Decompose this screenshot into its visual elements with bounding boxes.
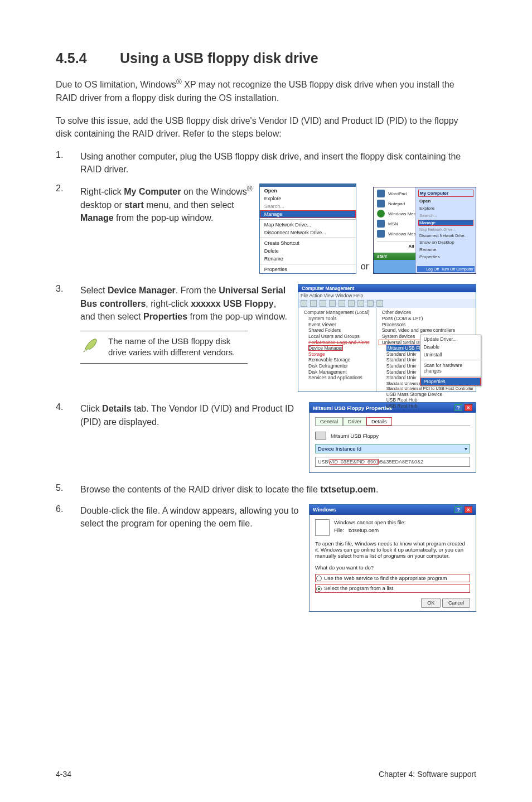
device-instance-id-value: USB\VID_03EE&PID_6901\5&35EDA8E7&0&2: [315, 457, 470, 467]
properties-dialog: Mitsumi USB Floppy Properties ? × Genera…: [309, 402, 476, 473]
computer-management-window: Computer Management File Action View Win…: [298, 284, 476, 392]
step-6: 6. Double-click the file. A window appea…: [56, 504, 302, 530]
menu-delete[interactable]: Delete: [260, 247, 356, 255]
turnoff-button[interactable]: Turn Off Computer: [441, 267, 473, 271]
section-title: Using a USB floppy disk drive: [120, 50, 318, 66]
step-3-row: 3. Select Device Manager. From the Unive…: [56, 284, 476, 392]
radio-list[interactable]: [316, 586, 322, 592]
intro-paragraph-1: Due to OS limitation, Windows® XP may no…: [56, 76, 476, 104]
startright-disconnect[interactable]: Disconnect Network Drive...: [418, 233, 473, 238]
step-4: 4. Click Details tab. The Vendor ID (VID…: [56, 402, 302, 428]
logoff-button[interactable]: Log Off: [426, 267, 439, 271]
mgmt-titlebar: Computer Management: [298, 284, 476, 292]
chapter-label: Chapter 4: Software support: [379, 770, 476, 779]
messenger-icon: [377, 230, 385, 238]
mgmt-left-tree[interactable]: Computer Management (Local) System Tools…: [298, 308, 376, 392]
startright-rename[interactable]: Rename: [418, 247, 473, 253]
device-context-menu: Update Driver... Disable Uninstall Scan …: [420, 335, 481, 386]
startright-properties[interactable]: Properties: [418, 254, 473, 260]
startright-my-computer[interactable]: My Computer: [418, 190, 473, 197]
menu-create-shortcut[interactable]: Create Shortcut: [260, 239, 356, 247]
wmp-icon: [377, 210, 385, 218]
startright-manage[interactable]: Manage: [418, 220, 473, 226]
openwith-file-name: txtsetup.oem: [349, 527, 379, 533]
start-right-panel: My Computer Open Explore Search... Manag…: [415, 187, 476, 273]
menu-manage[interactable]: Manage: [260, 210, 356, 218]
msn-icon: [377, 220, 385, 228]
ok-button[interactable]: OK: [421, 598, 441, 608]
note-text: The name of the USB floppy disk drive va…: [108, 336, 248, 359]
openwith-opt-web[interactable]: Use the Web service to find the appropri…: [315, 574, 470, 582]
props-device-name: Mitsumi USB Floppy: [331, 433, 379, 439]
ctx-update-driver[interactable]: Update Driver...: [420, 335, 481, 343]
device-instance-id-select[interactable]: Device Instance Id ▾: [315, 444, 470, 453]
wordpad-icon: [377, 190, 385, 197]
usb-icon: [315, 432, 326, 439]
step-6-row: 6. Double-click the file. A window appea…: [56, 504, 476, 612]
chevron-down-icon: ▾: [465, 446, 467, 452]
ctx-uninstall[interactable]: Uninstall: [420, 351, 481, 359]
tab-general[interactable]: General: [315, 417, 343, 426]
step-4-row: 4. Click Details tab. The Vendor ID (VID…: [56, 402, 476, 473]
note-block: The name of the USB floppy disk drive va…: [80, 331, 248, 364]
tab-driver[interactable]: Driver: [343, 417, 366, 426]
props-tabs: General Driver Details: [315, 417, 470, 426]
open-with-dialog: Windows ? × Windows cannot open this fil…: [309, 504, 476, 612]
menu-rename[interactable]: Rename: [260, 255, 356, 263]
openwith-opt-list[interactable]: Select the program from a list: [315, 584, 470, 592]
mgmt-menubar[interactable]: File Action View Window Help: [298, 292, 476, 299]
page-footer: 4-34 Chapter 4: Software support: [56, 770, 476, 779]
notepad-icon: [377, 200, 385, 207]
openwith-file-label: File:: [334, 527, 344, 533]
cancel-button[interactable]: Cancel: [442, 598, 470, 608]
ctx-properties[interactable]: Properties: [420, 378, 481, 385]
startright-showdesktop[interactable]: Show on Desktop: [418, 239, 473, 245]
startright-open[interactable]: Open: [418, 198, 473, 204]
menu-explore[interactable]: Explore: [260, 195, 356, 202]
startright-search[interactable]: Search...: [418, 212, 473, 219]
step-1: 1. Using another computer, plug the USB …: [56, 150, 476, 176]
ctx-scan[interactable]: Scan for hardware changes: [420, 361, 481, 375]
mgmt-toolbar[interactable]: [298, 299, 476, 308]
openwith-message: Windows cannot open this file:: [334, 519, 405, 525]
page-number: 4-34: [56, 770, 71, 779]
desktop-context-menu: Open Explore Search... Manage Map Networ…: [259, 183, 356, 274]
openwith-titlebar: Windows ? ×: [309, 505, 476, 515]
close-button[interactable]: ×: [465, 506, 472, 513]
intro-paragraph-2: To solve this issue, add the USB floppy …: [56, 114, 476, 140]
menu-open[interactable]: Open: [260, 187, 356, 195]
note-pen-icon: [80, 336, 100, 355]
step-3: 3. Select Device Manager. From the Unive…: [56, 284, 291, 323]
start-menu: WordPad Notepad Windows Media Player MSN…: [373, 187, 476, 274]
menu-properties[interactable]: Properties: [260, 265, 356, 273]
step-2-row: 2. Right-click My Computer on the Window…: [56, 183, 476, 274]
menu-search[interactable]: Search...: [260, 202, 356, 210]
mgmt-right-tree[interactable]: Other devices Ports (COM & LPT) Processo…: [376, 308, 476, 392]
ctx-disable[interactable]: Disable: [420, 343, 481, 351]
help-button[interactable]: ?: [454, 506, 462, 513]
tab-details[interactable]: Details: [366, 417, 392, 426]
section-heading: 4.5.4 Using a USB floppy disk drive: [56, 50, 476, 66]
or-label: or: [359, 262, 371, 274]
openwith-question: What do you want to do?: [315, 564, 470, 571]
startright-explore[interactable]: Explore: [418, 205, 473, 211]
startright-map[interactable]: Map Network Drive...: [418, 227, 473, 232]
menu-map-drive[interactable]: Map Network Drive...: [260, 221, 356, 229]
file-icon: [315, 519, 330, 536]
section-number: 4.5.4: [56, 50, 116, 66]
step-5: 5. Browse the contents of the RAID drive…: [56, 483, 476, 496]
openwith-description: To open this file, Windows needs to know…: [315, 540, 470, 559]
menu-disconnect-drive[interactable]: Disconnect Network Drive...: [260, 229, 356, 236]
step-2: 2. Right-click My Computer on the Window…: [56, 183, 253, 224]
radio-web[interactable]: [316, 576, 322, 581]
